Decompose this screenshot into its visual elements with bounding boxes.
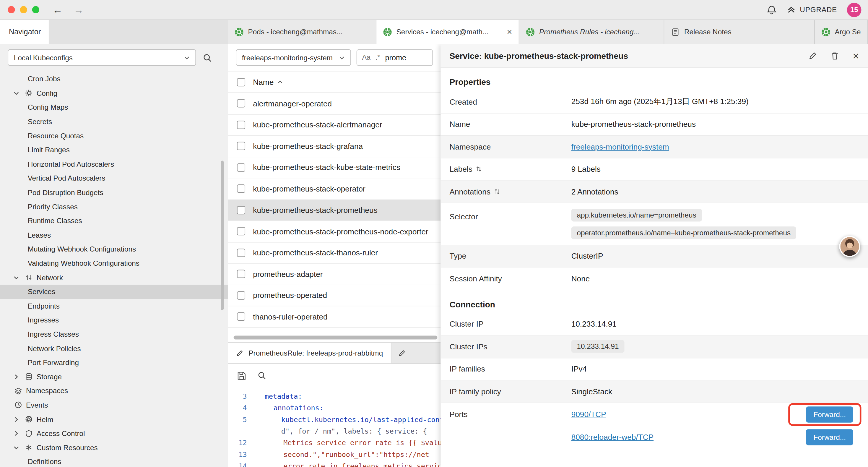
custom-resources-icon (24, 444, 33, 451)
row-checkbox[interactable] (237, 270, 245, 278)
edit-icon[interactable] (808, 51, 817, 60)
sidebar-item-cron-jobs[interactable]: Cron Jobs (0, 72, 228, 86)
close-tab-icon[interactable]: × (507, 27, 512, 37)
sidebar-item-validating-webhook-configurations[interactable]: Validating Webhook Configurations (0, 256, 228, 270)
sidebar-item-namespaces[interactable]: Namespaces (0, 384, 228, 398)
row-checkbox[interactable] (237, 313, 245, 321)
table-row[interactable]: kube-prometheus-stack-operator (228, 178, 441, 200)
sidebar-item-ingresses[interactable]: Ingresses (0, 313, 228, 327)
horizontal-scrollbar[interactable] (234, 335, 438, 339)
chevron-right-icon[interactable] (13, 416, 20, 422)
chevron-down-icon[interactable] (13, 90, 20, 96)
tab-pods[interactable]: Pods - icecheng@mathmas... (228, 20, 376, 44)
sidebar-item-resource-quotas[interactable]: Resource Quotas (0, 128, 228, 143)
row-checkbox[interactable] (237, 291, 245, 299)
save-icon[interactable] (237, 371, 246, 380)
sidebar-item-network[interactable]: Network (0, 270, 228, 285)
sidebar-item-storage[interactable]: Storage (0, 370, 228, 384)
sidebar-item-services[interactable]: Services (0, 285, 228, 299)
table-row[interactable]: kube-prometheus-stack-grafana (228, 136, 441, 157)
forward-button[interactable]: Forward... (806, 406, 853, 422)
sidebar-item-endpoints[interactable]: Endpoints (0, 299, 228, 313)
sidebar-search-icon[interactable] (203, 53, 212, 62)
name-column-header[interactable]: Name (253, 78, 283, 86)
port-link[interactable]: 8080:reloader-web/TCP (571, 432, 654, 441)
row-checkbox[interactable] (237, 227, 245, 236)
namespace-select[interactable]: freeleaps-monitoring-system (236, 49, 351, 66)
close-window-button[interactable] (8, 6, 15, 13)
tab-argo[interactable]: Argo Se (815, 20, 868, 44)
forward-button[interactable]: Forward... (806, 429, 853, 445)
sidebar-item-priority-classes[interactable]: Priority Classes (0, 200, 228, 214)
sort-toggle-icon[interactable] (476, 166, 482, 172)
sidebar-item-ingress-classes[interactable]: Ingress Classes (0, 327, 228, 341)
upgrade-button[interactable]: UPGRADE (786, 5, 837, 14)
sidebar-item-events[interactable]: Events (0, 398, 228, 412)
tab-release-notes[interactable]: Release Notes (664, 20, 815, 44)
sidebar-item-custom-resources[interactable]: Custom Resources (0, 440, 228, 455)
chevron-right-icon[interactable] (13, 374, 20, 380)
namespace-link[interactable]: freeleaps-monitoring-system (571, 142, 669, 151)
table-row[interactable]: kube-prometheus-stack-thanos-ruler (228, 242, 441, 264)
row-checkbox[interactable] (237, 121, 245, 129)
dock-tab-label: PrometheusRule: freeleaps-prod-rabbitmq (248, 349, 383, 357)
table-row[interactable]: thanos-ruler-operated (228, 306, 441, 327)
back-button[interactable]: ← (53, 5, 63, 15)
search-input[interactable]: Aa .* prome (356, 49, 433, 66)
tab-services[interactable]: Services - icecheng@math... × (376, 20, 519, 44)
regex-toggle[interactable]: .* (375, 54, 380, 61)
sidebar-scrollbar[interactable] (221, 160, 224, 310)
notification-count-badge[interactable]: 15 (847, 2, 862, 17)
dock-tab-prometheusrule[interactable]: PrometheusRule: freeleaps-prod-rabbitmq (228, 343, 391, 363)
sidebar-item-pod-disruption-budgets[interactable]: Pod Disruption Budgets (0, 185, 228, 200)
sidebar-item-secrets[interactable]: Secrets (0, 114, 228, 128)
minimize-window-button[interactable] (20, 6, 27, 13)
editor-search-icon[interactable] (257, 371, 266, 380)
row-checkbox[interactable] (237, 249, 245, 257)
row-checkbox[interactable] (237, 206, 245, 214)
sidebar-item-network-policies[interactable]: Network Policies (0, 341, 228, 356)
sidebar-item-config[interactable]: Config (0, 86, 228, 100)
row-checkbox[interactable] (237, 184, 245, 193)
sidebar-item-vertical-pod-autoscalers[interactable]: Vertical Pod Autoscalers (0, 171, 228, 185)
chevron-down-icon[interactable] (13, 274, 20, 281)
floating-avatar[interactable] (839, 236, 860, 257)
table-row[interactable]: prometheus-operated (228, 285, 441, 306)
sidebar-item-helm[interactable]: Helm (0, 412, 228, 427)
table-row[interactable]: kube-prometheus-stack-prometheus-node-ex… (228, 221, 441, 242)
sidebar-item-access-control[interactable]: Access Control (0, 426, 228, 440)
table-row[interactable]: kube-prometheus-stack-kube-state-metrics (228, 157, 441, 178)
table-row[interactable]: prometheus-adapter (228, 264, 441, 285)
editor-dock: PrometheusRule: freeleaps-prod-rabbitmq … (228, 342, 441, 467)
select-all-checkbox[interactable] (237, 78, 245, 86)
row-checkbox[interactable] (237, 142, 245, 150)
sidebar-item-horizontal-pod-autoscalers[interactable]: Horizontal Pod Autoscalers (0, 157, 228, 171)
delete-trash-icon[interactable] (831, 51, 839, 60)
tab-prometheus-rules[interactable]: Prometheus Rules - icecheng... (519, 20, 664, 44)
yaml-editor[interactable]: 3metadata: 4annotations: 5kubectl.kubern… (228, 387, 441, 467)
sidebar-item-mutating-webhook-configurations[interactable]: Mutating Webhook Configurations (0, 242, 228, 256)
forward-button[interactable]: → (73, 5, 84, 15)
sidebar-item-definitions[interactable]: Definitions (0, 455, 228, 467)
close-icon[interactable]: × (852, 50, 859, 61)
chevron-right-icon[interactable] (13, 430, 20, 437)
cluster-icon (383, 28, 392, 36)
dock-tab-next[interactable] (391, 343, 406, 363)
match-case-toggle[interactable]: Aa (362, 54, 370, 61)
table-row[interactable]: kube-prometheus-stack-alertmanager (228, 114, 441, 136)
sidebar-item-runtime-classes[interactable]: Runtime Classes (0, 214, 228, 228)
notifications-bell-icon[interactable] (767, 5, 777, 15)
row-checkbox[interactable] (237, 99, 245, 108)
sidebar-item-port-forwarding[interactable]: Port Forwarding (0, 356, 228, 370)
sidebar-item-leases[interactable]: Leases (0, 228, 228, 242)
row-checkbox[interactable] (237, 163, 245, 171)
sidebar-item-limit-ranges[interactable]: Limit Ranges (0, 143, 228, 157)
table-row[interactable]: alertmanager-operated (228, 93, 441, 114)
kubeconfig-select[interactable]: Local Kubeconfigs (8, 49, 196, 66)
chevron-down-icon[interactable] (13, 444, 20, 451)
maximize-window-button[interactable] (32, 6, 39, 13)
table-row-selected[interactable]: kube-prometheus-stack-prometheus (228, 200, 441, 221)
port-link[interactable]: 9090/TCP (571, 410, 606, 419)
sort-toggle-icon[interactable] (494, 188, 500, 195)
sidebar-item-config-maps[interactable]: Config Maps (0, 100, 228, 114)
